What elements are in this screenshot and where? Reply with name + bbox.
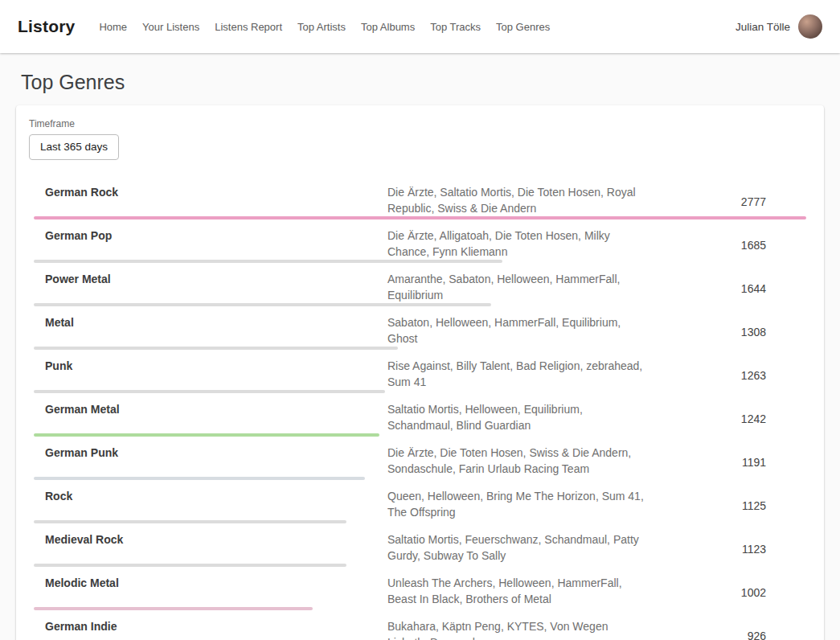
genre-row: Punk Rise Against, Billy Talent, Bad Rel…	[34, 350, 806, 393]
genre-artists: Bukahara, Käptn Peng, KYTES, Von Wegen L…	[387, 618, 645, 640]
top-genres-card: Timeframe Last 365 days German Rock Die …	[16, 105, 824, 640]
genre-artists: Die Ärzte, Die Toten Hosen, Swiss & Die …	[387, 445, 645, 480]
user-avatar[interactable]	[798, 14, 822, 39]
genre-artists: Saltatio Mortis, Helloween, Equilibrium,…	[387, 401, 645, 437]
app-logo[interactable]: Listory	[18, 17, 75, 36]
genre-name: Rock	[45, 488, 387, 523]
app-bar: Listory Home Your Listens Listens Report…	[0, 0, 840, 53]
nav-item-your-listens[interactable]: Your Listens	[142, 21, 199, 33]
genre-count: 2777	[645, 195, 806, 208]
genre-row: Power Metal Amaranthe, Sabaton, Hellowee…	[34, 263, 806, 306]
genre-row: German Indie Bukahara, Käptn Peng, KYTES…	[34, 610, 806, 640]
genre-name: Melodic Metal	[45, 575, 387, 610]
timeframe-select[interactable]: Last 365 days	[29, 134, 119, 160]
genre-count: 1644	[645, 282, 806, 295]
genre-count: 1123	[645, 543, 806, 556]
genre-artists: Unleash The Archers, Helloween, HammerFa…	[387, 575, 645, 610]
genre-artists: Die Ärzte, Saltatio Mortis, Die Toten Ho…	[387, 184, 645, 219]
nav-item-home[interactable]: Home	[99, 21, 127, 33]
nav-item-top-artists[interactable]: Top Artists	[297, 21, 346, 33]
genre-artists: Die Ärzte, Alligatoah, Die Toten Hosen, …	[387, 228, 645, 263]
genre-name: German Indie	[45, 618, 387, 640]
genre-row: Metal Sabaton, Helloween, HammerFall, Eq…	[34, 306, 806, 350]
nav-item-top-genres[interactable]: Top Genres	[496, 21, 550, 33]
genre-artists: Sabaton, Helloween, HammerFall, Equilibr…	[387, 314, 645, 350]
genre-count: 1308	[645, 326, 806, 338]
genre-count: 1263	[645, 369, 806, 382]
genre-artists: Amaranthe, Sabaton, Helloween, HammerFal…	[387, 271, 645, 306]
genre-artists: Saltatio Mortis, Feuerschwanz, Schandmau…	[387, 531, 645, 567]
genres-table: German Rock Die Ärzte, Saltatio Mortis, …	[34, 176, 806, 640]
genre-row: German Pop Die Ärzte, Alligatoah, Die To…	[34, 219, 806, 263]
genre-row: Medieval Rock Saltatio Mortis, Feuerschw…	[34, 523, 806, 567]
genre-count: 1125	[645, 499, 806, 512]
genre-name: Metal	[45, 314, 387, 350]
genre-name: Medieval Rock	[45, 531, 387, 567]
user-name: Julian Tölle	[736, 21, 790, 33]
genre-row: German Punk Die Ärzte, Die Toten Hosen, …	[34, 437, 806, 480]
genre-artists: Rise Against, Billy Talent, Bad Religion…	[387, 358, 645, 393]
genre-row: Rock Queen, Helloween, Bring Me The Hori…	[34, 480, 806, 523]
genre-count: 1242	[645, 412, 806, 425]
user-menu[interactable]: Julian Tölle	[736, 14, 822, 39]
genre-name: Punk	[45, 358, 387, 393]
genre-row: German Metal Saltatio Mortis, Helloween,…	[34, 393, 806, 437]
genre-row: Melodic Metal Unleash The Archers, Hello…	[34, 567, 806, 610]
genre-count: 926	[645, 630, 806, 640]
genre-count: 1685	[645, 239, 806, 252]
genre-count: 1002	[645, 586, 806, 599]
main-nav: Home Your Listens Listens Report Top Art…	[99, 21, 550, 33]
timeframe-label: Timeframe	[29, 118, 811, 129]
genre-row: German Rock Die Ärzte, Saltatio Mortis, …	[34, 176, 806, 219]
page-title: Top Genres	[21, 71, 819, 94]
nav-item-top-albums[interactable]: Top Albums	[361, 21, 415, 33]
nav-item-top-tracks[interactable]: Top Tracks	[430, 21, 481, 33]
genre-name: Power Metal	[45, 271, 387, 306]
genre-name: German Metal	[45, 401, 387, 437]
timeframe-section: Timeframe Last 365 days	[29, 118, 811, 160]
genre-name: German Rock	[45, 184, 387, 219]
genre-count: 1191	[645, 456, 806, 469]
nav-item-listens-report[interactable]: Listens Report	[215, 21, 282, 33]
genre-name: German Pop	[45, 228, 387, 263]
genre-name: German Punk	[45, 445, 387, 480]
genre-artists: Queen, Helloween, Bring Me The Horizon, …	[387, 488, 645, 523]
